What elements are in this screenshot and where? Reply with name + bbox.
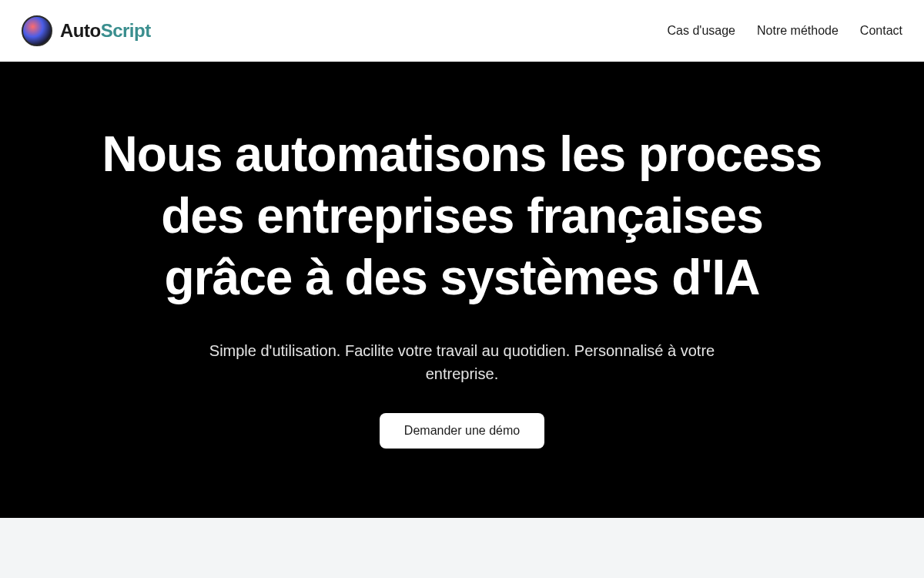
below-hero-spacer xyxy=(0,518,924,578)
hero-title: Nous automatisons les process des entrep… xyxy=(0,123,924,308)
nav-item-use-cases[interactable]: Cas d'usage xyxy=(668,24,735,38)
brand-name-secondary: Script xyxy=(101,20,151,41)
brand-name: AutoScript xyxy=(60,20,151,42)
hero-section: Nous automatisons les process des entrep… xyxy=(0,62,924,518)
logo[interactable]: AutoScript xyxy=(22,15,151,46)
primary-nav: Cas d'usage Notre méthode Contact xyxy=(668,24,902,38)
site-header: AutoScript Cas d'usage Notre méthode Con… xyxy=(0,0,924,62)
brand-name-primary: Auto xyxy=(60,20,101,41)
nav-item-contact[interactable]: Contact xyxy=(860,24,902,38)
nav-item-method[interactable]: Notre méthode xyxy=(757,24,839,38)
hero-subtitle: Simple d'utilisation. Facilite votre tra… xyxy=(209,339,715,385)
brand-icon xyxy=(22,15,52,46)
request-demo-button[interactable]: Demander une démo xyxy=(380,413,544,449)
